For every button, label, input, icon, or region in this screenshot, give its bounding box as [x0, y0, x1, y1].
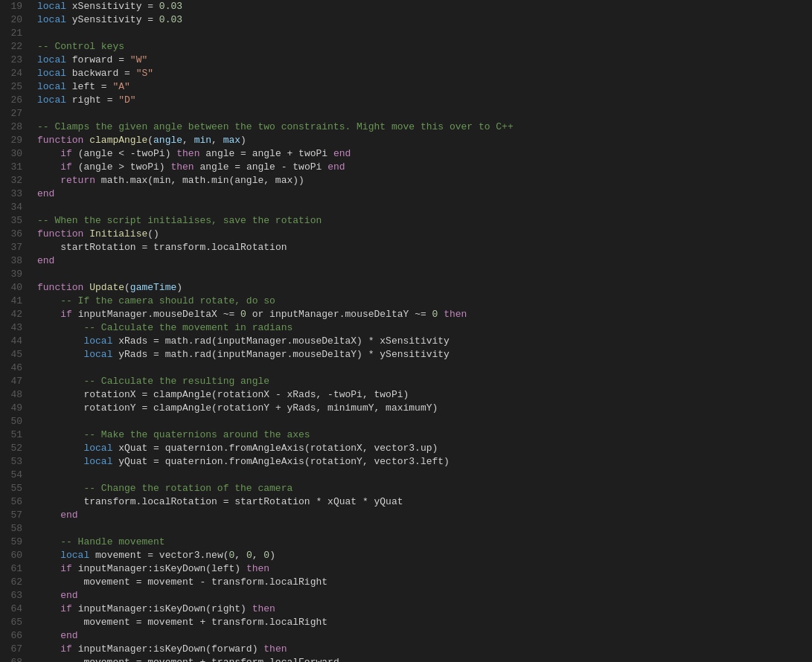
line-number: 42	[6, 308, 22, 321]
code-line: -- Make the quaternions around the axes	[37, 428, 803, 442]
line-number: 27	[6, 107, 22, 120]
line-number: 59	[6, 536, 22, 549]
line-number: 51	[6, 428, 22, 442]
code-line: if inputManager.mouseDeltaX ~= 0 or inpu…	[37, 308, 803, 321]
code-line: end	[37, 187, 803, 201]
code-line: local backward = "S"	[37, 67, 803, 80]
code-line: if inputManager:isKeyDown(forward) then	[37, 643, 803, 656]
line-number: 37	[6, 241, 22, 254]
code-line	[37, 201, 803, 214]
code-line: movement = movement - transform.localRig…	[37, 576, 803, 589]
line-number: 41	[6, 295, 22, 308]
code-line: if inputManager:isKeyDown(left) then	[37, 562, 803, 576]
code-line: local xRads = math.rad(inputManager.mous…	[37, 335, 803, 348]
code-line: end	[37, 589, 803, 602]
code-line: -- When the script initialises, save the…	[37, 214, 803, 228]
line-number: 30	[6, 147, 22, 161]
line-number: 35	[6, 214, 22, 228]
code-line: if (angle < -twoPi) then angle = angle +…	[37, 147, 803, 161]
line-number: 19	[6, 0, 22, 13]
line-number: 31	[6, 161, 22, 174]
code-line: function clampAngle(angle, min, max)	[37, 134, 803, 147]
code-editor: 1920212223242526272829303132333435363738…	[0, 0, 812, 662]
line-number: 48	[6, 388, 22, 402]
line-number: 25	[6, 80, 22, 94]
line-number: 23	[6, 54, 22, 67]
code-line: -- Handle movement	[37, 536, 803, 549]
line-number: 43	[6, 321, 22, 335]
line-number: 40	[6, 281, 22, 295]
code-line: -- Calculate the movement in radians	[37, 321, 803, 335]
code-line: local yRads = math.rad(inputManager.mous…	[37, 348, 803, 361]
line-number: 58	[6, 522, 22, 536]
code-line: -- Change the rotation of the camera	[37, 482, 803, 495]
line-number: 39	[6, 268, 22, 281]
code-line: movement = movement + transform.localRig…	[37, 616, 803, 629]
code-line: local right = "D"	[37, 94, 803, 107]
line-number: 63	[6, 589, 22, 602]
line-number: 44	[6, 335, 22, 348]
line-number: 24	[6, 67, 22, 80]
line-number: 52	[6, 442, 22, 455]
code-line: function Initialise()	[37, 228, 803, 241]
line-number: 56	[6, 495, 22, 509]
line-number: 38	[6, 254, 22, 268]
code-line	[37, 27, 803, 40]
code-line	[37, 268, 803, 281]
line-number: 29	[6, 134, 22, 147]
line-number: 21	[6, 27, 22, 40]
code-line	[37, 415, 803, 428]
code-line: local left = "A"	[37, 80, 803, 94]
code-line: end	[37, 509, 803, 522]
code-line	[37, 107, 803, 120]
line-number: 60	[6, 549, 22, 562]
line-number: 62	[6, 576, 22, 589]
code-line: transform.localRotation = startRotation …	[37, 495, 803, 509]
line-number: 50	[6, 415, 22, 428]
line-number: 32	[6, 174, 22, 187]
line-number: 49	[6, 402, 22, 415]
code-line: if (angle > twoPi) then angle = angle - …	[37, 161, 803, 174]
code-line: movement = movement + transform.localFor…	[37, 656, 803, 662]
line-number: 46	[6, 361, 22, 375]
line-number: 45	[6, 348, 22, 361]
code-line: -- Calculate the resulting angle	[37, 375, 803, 388]
code-line: local ySensitivity = 0.03	[37, 13, 803, 27]
line-number: 28	[6, 120, 22, 134]
code-line: if inputManager:isKeyDown(right) then	[37, 602, 803, 616]
line-number: 65	[6, 616, 22, 629]
code-line	[37, 469, 803, 482]
code-line: local xQuat = quaternion.fromAngleAxis(r…	[37, 442, 803, 455]
line-number: 22	[6, 40, 22, 54]
line-number: 26	[6, 94, 22, 107]
line-number: 36	[6, 228, 22, 241]
code-line: local movement = vector3.new(0, 0, 0)	[37, 549, 803, 562]
code-line: local forward = "W"	[37, 54, 803, 67]
code-content[interactable]: local xSensitivity = 0.03local ySensitiv…	[28, 0, 812, 662]
line-number: 57	[6, 509, 22, 522]
line-number: 54	[6, 469, 22, 482]
code-line: rotationY = clampAngle(rotationY + yRads…	[37, 402, 803, 415]
code-line: -- Control keys	[37, 40, 803, 54]
line-number: 53	[6, 455, 22, 469]
code-line: rotationX = clampAngle(rotationX - xRads…	[37, 388, 803, 402]
line-number: 64	[6, 602, 22, 616]
line-number: 47	[6, 375, 22, 388]
line-number: 61	[6, 562, 22, 576]
code-line: end	[37, 629, 803, 643]
line-number: 55	[6, 482, 22, 495]
code-line: end	[37, 254, 803, 268]
line-number: 34	[6, 201, 22, 214]
line-number: 66	[6, 629, 22, 643]
code-line: function Update(gameTime)	[37, 281, 803, 295]
code-line: -- If the camera should rotate, do so	[37, 295, 803, 308]
code-line: local yQuat = quaternion.fromAngleAxis(r…	[37, 455, 803, 469]
line-number: 67	[6, 643, 22, 656]
code-line: -- Clamps the given angle between the tw…	[37, 120, 803, 134]
code-line: local xSensitivity = 0.03	[37, 0, 803, 13]
line-number: 68	[6, 656, 22, 662]
code-line	[37, 361, 803, 375]
line-number: 20	[6, 13, 22, 27]
code-line	[37, 522, 803, 536]
line-numbers: 1920212223242526272829303132333435363738…	[0, 0, 28, 662]
